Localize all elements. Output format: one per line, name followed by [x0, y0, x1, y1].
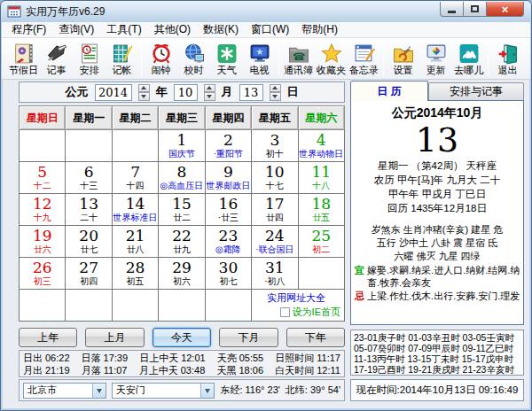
nav-button-今天[interactable]: 今天 — [153, 328, 211, 347]
calendar-day-cell[interactable]: 12十九 — [20, 194, 66, 226]
year-up-icon[interactable] — [138, 84, 150, 93]
place-select[interactable]: 天安门 — [112, 383, 215, 399]
toolbar-timesync[interactable]: 校时 — [177, 43, 210, 75]
toolbar-weather[interactable]: 天气 — [210, 43, 243, 75]
inauspicious-line: 忌 上梁.作灶.伐木.出行.安葬.安门.理发 — [351, 289, 523, 302]
day-subtext: 世界标准日 — [113, 213, 158, 223]
useful-sites-link[interactable]: 实用网址大全 — [252, 292, 340, 304]
toolbar-holiday[interactable]: 节假日 — [7, 43, 40, 75]
calendar-day-cell[interactable]: 21廿八 — [112, 226, 158, 258]
nav-button-下年[interactable]: 下年 — [286, 328, 345, 347]
calendar-day-cell[interactable]: 22廿九 — [159, 226, 205, 258]
day-subtext: ·联合国日 — [252, 244, 297, 255]
calendar-day-cell[interactable]: 25初二 — [298, 226, 344, 258]
day-subtext: ·廿三 — [206, 213, 251, 223]
month-up-icon[interactable] — [204, 84, 215, 93]
toolbar-separator — [383, 41, 384, 76]
menu-item[interactable]: 帮助(H) — [295, 21, 344, 38]
toolbar-contacts[interactable]: ☎通讯簿 — [282, 43, 315, 75]
calendar-day-cell[interactable]: 27初四 — [66, 258, 112, 290]
tab-calendar[interactable]: 日 历 — [350, 81, 428, 101]
calendar-day-cell[interactable]: 4世界动物日 — [298, 130, 344, 162]
toolbar-alarm[interactable]: 闹钟 — [145, 43, 177, 75]
menu-item[interactable]: 程序(F) — [5, 21, 52, 38]
hour-line: 23-01庚子时 01-03辛丑时 03-05壬寅时 — [354, 332, 523, 343]
almanac-line: 六曜 佛灭 九星 四绿 — [354, 250, 520, 263]
calendar-day-cell[interactable]: 17廿四 — [252, 194, 298, 226]
calendar-day-cell[interactable]: 1国庆节 — [159, 130, 205, 162]
calendar-day-cell[interactable]: 29初六 — [159, 258, 205, 290]
sun-info-row: 月出21:19月落11:07月上中天03:48天黑18:06白天时间12:11 — [23, 364, 340, 376]
day-detail-panel: 公元2014年10月 13 星期一 （第42周） 天秤座 农历 甲午[马]年 九… — [350, 100, 524, 325]
maximize-button[interactable] — [464, 2, 487, 17]
calendar-empty-cell — [66, 290, 112, 322]
nav-button-上年[interactable]: 上年 — [19, 328, 77, 347]
calendar-day-cell[interactable]: 13二十 — [66, 194, 112, 226]
checkbox-icon[interactable] — [280, 307, 290, 317]
calendar-day-cell[interactable]: 19廿六 — [20, 226, 66, 258]
toolbar-favorites[interactable]: 收藏夹 — [315, 43, 348, 75]
menu-item[interactable]: 工具(T) — [100, 21, 147, 38]
calendar-day-cell[interactable]: 11十八 — [298, 162, 344, 194]
calendar-day-cell[interactable]: 10十七 — [252, 162, 298, 194]
close-button[interactable]: × — [487, 2, 524, 17]
calendar-day-cell[interactable]: 18廿五 — [298, 194, 344, 226]
day-spinner[interactable] — [270, 84, 281, 101]
calendar-day-cell[interactable]: 3初十 — [252, 130, 298, 162]
month-down-icon[interactable] — [204, 92, 215, 101]
day-up-icon[interactable] — [270, 84, 281, 93]
minimize-button[interactable] — [440, 2, 464, 17]
year-down-icon[interactable] — [138, 92, 150, 101]
calendar-day-cell[interactable]: 31·初八 — [252, 258, 298, 290]
toolbar-memo[interactable]: 备忘录 — [348, 43, 380, 75]
month-spinner[interactable] — [204, 84, 215, 101]
calendar-day-cell[interactable]: 24·联合国日 — [252, 226, 298, 258]
toolbar-exit[interactable]: 退出 — [491, 43, 524, 75]
calendar-day-cell[interactable]: 7十四 — [112, 162, 158, 194]
calendar-day-cell[interactable]: 8◎高血压日 — [159, 162, 205, 194]
city-select[interactable]: 北京市 — [23, 383, 106, 399]
toolbar-schedule[interactable]: 安排 — [73, 43, 106, 75]
menu-item[interactable]: 查询(V) — [52, 21, 100, 38]
calendar-day-cell[interactable]: 5十二 — [20, 162, 66, 194]
year-spinner[interactable] — [138, 84, 150, 101]
year-input[interactable]: 2014 — [95, 84, 132, 101]
calendar-day-cell[interactable]: 30初七 — [205, 258, 251, 290]
chevron-down-icon[interactable] — [200, 384, 214, 398]
calendar-day-cell[interactable]: 9世界邮政日 — [205, 162, 251, 194]
toolbar-update[interactable]: 更新 — [419, 43, 452, 75]
calendar-day-cell[interactable]: 16·廿三 — [205, 194, 251, 226]
sun-info-value: 18:06 — [239, 365, 263, 376]
menu-item[interactable]: 其他(O) — [148, 21, 197, 38]
toolbar-ledger[interactable]: 记帐 — [106, 43, 138, 75]
day-down-icon[interactable] — [270, 92, 281, 101]
title-bar[interactable]: 实用万年历v6.29 × — [1, 1, 531, 22]
longitude-value: 东经: 116° 23' — [220, 384, 279, 397]
toolbar-notes[interactable]: 记事 — [40, 43, 73, 75]
calendar-day-cell[interactable]: 23◎霜降 — [205, 226, 251, 258]
day-number: 23 — [206, 227, 251, 244]
tab-schedule-notes[interactable]: 安排与记事 — [428, 82, 524, 101]
menu-item[interactable]: 窗口(W) — [245, 21, 295, 38]
calendar-day-cell[interactable]: 14世界标准日 — [112, 194, 158, 226]
day-number: 15 — [159, 195, 204, 213]
calendar-day-cell[interactable]: 2·重阳节 — [205, 130, 251, 162]
calendar-day-cell[interactable]: 26初三 — [20, 258, 66, 290]
calendar-day-cell[interactable]: 28初五 — [112, 258, 158, 290]
calendar-day-cell[interactable]: 6十三 — [66, 162, 112, 194]
toolbar-tv[interactable]: 电视 — [243, 43, 276, 75]
calendar-day-cell[interactable]: 20廿七 — [66, 226, 112, 258]
chevron-down-icon[interactable] — [92, 384, 106, 398]
menu-item[interactable]: 数据(K) — [197, 21, 245, 38]
day-number: 21 — [113, 227, 158, 244]
toolbar-travel[interactable]: 去哪儿 — [452, 43, 485, 75]
toolbar-settings[interactable]: 设置 — [387, 43, 419, 75]
detail-day-number: 13 — [351, 121, 523, 159]
day-input[interactable]: 13 — [239, 84, 263, 101]
calendar-day-cell[interactable]: 15廿二 — [159, 194, 205, 226]
month-input[interactable]: 10 — [174, 84, 198, 101]
set-ie-homepage-checkbox[interactable]: 设为IE首页 — [252, 306, 340, 319]
nav-button-上月[interactable]: 上月 — [85, 328, 144, 347]
day-number: 2 — [206, 131, 251, 149]
nav-button-下月[interactable]: 下月 — [219, 328, 278, 347]
